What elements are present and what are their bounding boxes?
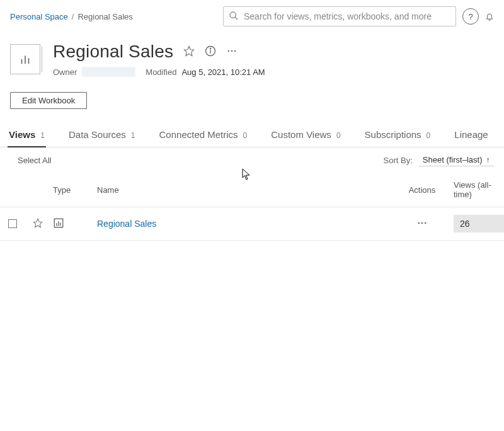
top-bar: Personal Space / Regional Sales ? (0, 0, 504, 30)
table-row: Regional Sales 26 (0, 207, 504, 241)
tab-label: Data Sources (69, 129, 126, 140)
edit-workbook-button[interactable]: Edit Workbook (10, 92, 87, 109)
tab-label: Custom Views (271, 129, 331, 140)
notifications-button[interactable] (485, 9, 494, 23)
column-type[interactable]: Type (50, 185, 94, 195)
row-favorite-button[interactable] (33, 218, 43, 230)
tab-label: Subscriptions (365, 129, 421, 140)
owner-label: Owner (53, 67, 77, 77)
breadcrumb-separator: / (72, 12, 74, 21)
owner-value-redacted (82, 67, 135, 77)
tab-connected-metrics[interactable]: Connected Metrics 0 (158, 124, 249, 147)
column-actions: Actions (397, 185, 447, 195)
sort-by-label: Sort By: (384, 156, 413, 165)
svg-point-11 (234, 50, 236, 51)
breadcrumb-current: Regional Sales (77, 12, 132, 21)
sort-value: Sheet (first–last) (423, 155, 483, 164)
modified-value: Aug 5, 2021, 10:21 AM (181, 67, 265, 77)
row-checkbox[interactable] (8, 219, 17, 228)
svg-point-19 (425, 222, 426, 223)
workbook-icon (10, 44, 40, 74)
tab-lineage[interactable]: Lineage (453, 124, 489, 147)
svg-point-8 (210, 48, 211, 49)
svg-point-17 (418, 222, 420, 223)
help-button[interactable]: ? (462, 8, 479, 25)
tab-label: Connected Metrics (159, 129, 238, 140)
column-name[interactable]: Name (94, 185, 397, 195)
search-icon (229, 11, 239, 23)
column-views[interactable]: Views (all-time) (447, 180, 504, 199)
view-icon (53, 217, 64, 229)
row-views-value: 26 (454, 215, 504, 233)
info-button[interactable] (205, 45, 216, 59)
list-toolbar: Select All Sort By: Sheet (first–last) ↑ (0, 147, 504, 173)
svg-point-18 (421, 222, 423, 223)
breadcrumb-parent[interactable]: Personal Space (10, 12, 68, 21)
svg-marker-12 (33, 219, 42, 227)
tab-views[interactable]: Views 1 (8, 124, 46, 147)
help-icon: ? (468, 12, 472, 21)
svg-line-1 (235, 17, 238, 20)
svg-marker-5 (185, 46, 194, 55)
sort-direction-icon: ↑ (486, 155, 491, 164)
page-title: Regional Sales (53, 42, 173, 62)
svg-point-0 (230, 12, 236, 18)
favorite-button[interactable] (183, 45, 195, 59)
breadcrumb: Personal Space / Regional Sales (10, 12, 133, 21)
star-icon (33, 218, 43, 228)
star-icon (183, 45, 195, 57)
more-icon (226, 45, 238, 57)
modified-label: Modified (146, 67, 176, 77)
tab-count: 1 (131, 131, 135, 140)
sort-select[interactable]: Sheet (first–last) ↑ (419, 154, 494, 166)
svg-point-10 (231, 50, 232, 51)
svg-point-9 (228, 50, 229, 51)
bell-icon (485, 9, 494, 23)
bar-chart-icon (18, 52, 32, 66)
workbook-header: Regional Sales (0, 30, 504, 82)
more-icon (416, 217, 428, 229)
search-box[interactable] (223, 6, 456, 26)
select-all-button[interactable]: Select All (18, 156, 51, 165)
row-name-link[interactable]: Regional Sales (97, 219, 156, 229)
tab-count: 0 (336, 131, 341, 140)
tab-count: 0 (427, 131, 431, 140)
row-type-icon (53, 221, 64, 231)
workbook-actions: Edit Workbook (0, 82, 504, 124)
search-input[interactable] (244, 11, 450, 21)
tab-custom-views[interactable]: Custom Views 0 (270, 124, 341, 147)
tab-subscriptions[interactable]: Subscriptions 0 (364, 124, 432, 147)
tab-count: 1 (40, 131, 45, 140)
more-actions-button[interactable] (226, 45, 238, 59)
tab-label: Views (9, 129, 35, 140)
tab-label: Lineage (454, 129, 488, 140)
info-icon (205, 45, 216, 57)
row-actions-button[interactable] (416, 217, 428, 231)
tab-data-sources[interactable]: Data Sources 1 (67, 124, 137, 147)
tab-count: 0 (243, 131, 248, 140)
tabs: Views 1 Data Sources 1 Connected Metrics… (0, 124, 504, 147)
table-header: Type Name Actions Views (all-time) (0, 173, 504, 207)
